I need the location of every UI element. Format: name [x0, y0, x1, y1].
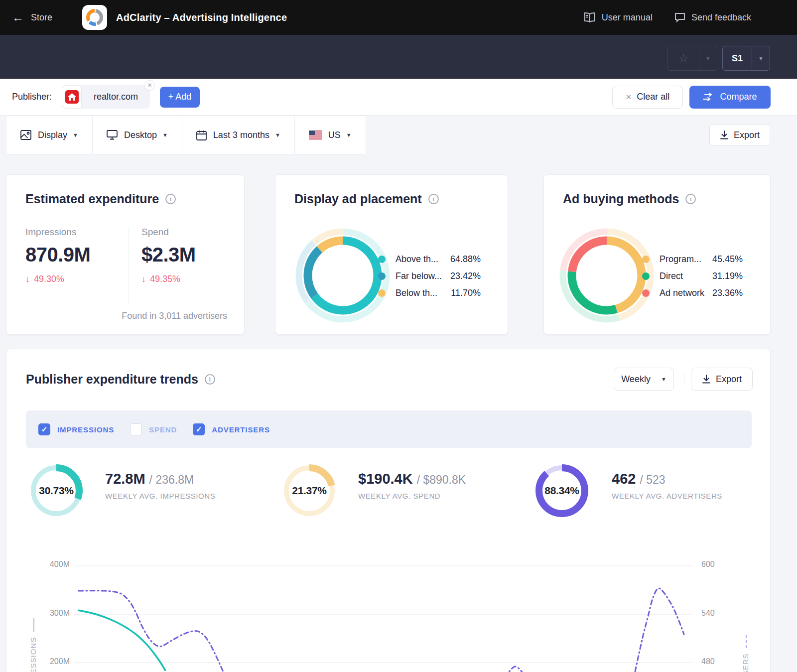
workspace-bar: ☆ ▼ S1 ▼	[0, 35, 797, 79]
trends-line-chart	[0, 538, 797, 672]
y2-axis-tick: 480	[701, 657, 731, 666]
advertisers-footnote: Found in 3,011 advertisers	[122, 311, 227, 321]
image-icon	[20, 130, 31, 140]
placement-legend: Above th... 64.88% Far below... 23.42% B…	[378, 251, 481, 301]
dashed-line-swatch	[746, 635, 747, 648]
top-app-bar: ← Store AdClarity – Advertising Intellig…	[0, 0, 797, 35]
info-icon[interactable]: i	[428, 194, 439, 204]
trends-title: Publisher expenditure trends i	[26, 372, 215, 387]
chip-close-icon[interactable]: ✕	[144, 80, 155, 91]
advertisers-toggle[interactable]: ADVERTISERS	[193, 423, 270, 435]
download-icon	[720, 131, 729, 139]
checkbox	[38, 423, 50, 435]
legend-dot	[378, 289, 386, 297]
info-icon[interactable]: i	[205, 374, 215, 385]
add-publisher-button[interactable]: + Add	[160, 87, 200, 108]
user-manual-link[interactable]: User manual	[584, 12, 653, 23]
publisher-chip[interactable]: realtor.com ✕	[62, 85, 150, 109]
info-icon[interactable]: i	[685, 194, 696, 204]
spend-progress-donut: 21.37%	[280, 462, 338, 520]
impressions-progress-donut: 30.73%	[27, 462, 85, 520]
impressions-change: ↓ 49.30%	[25, 274, 90, 284]
send-feedback-link[interactable]: Send feedback	[674, 12, 751, 23]
app-title: AdClarity – Advertising Intelligence	[116, 12, 287, 23]
favorite-split-button: ☆ ▼	[667, 46, 717, 71]
ad-type-filter[interactable]: Display ▼	[6, 116, 93, 154]
stat-value: 72.8M	[105, 471, 145, 487]
y-axis-tick: 400M	[42, 560, 70, 569]
country-filter[interactable]: US ▼	[295, 116, 366, 154]
device-filter[interactable]: Desktop ▼	[93, 116, 182, 154]
stat-total: / $890.8K	[417, 473, 466, 487]
download-icon	[702, 375, 711, 384]
export-button[interactable]: Export	[709, 124, 770, 146]
stat-total: / 523	[640, 473, 665, 487]
buying-legend: Program... 45.45% Direct 31.19% Ad netwo…	[642, 251, 743, 301]
workspace-dropdown[interactable]: ▼	[752, 46, 770, 70]
export-trends-button[interactable]: Export	[691, 368, 753, 391]
impressions-toggle[interactable]: IMPRESSIONS	[38, 423, 114, 435]
arrow-down-icon: ↓	[141, 274, 146, 284]
app-logo	[82, 5, 107, 30]
display-ad-placement-card: Display ad placement i Above th... 64.88…	[275, 174, 508, 335]
card-title: Estimated expenditure i	[25, 192, 176, 206]
legend-item: Ad network 23.36%	[642, 284, 743, 301]
spend-percent: 21.37%	[280, 485, 338, 497]
stat-caption: WEEKLY AVG. SPEND	[358, 492, 466, 500]
chevron-down-icon: ▼	[661, 376, 666, 382]
chevron-down-icon: ▼	[162, 132, 168, 138]
left-axis-label: IMPRESSIONS	[29, 618, 37, 672]
date-range-filter[interactable]: Last 3 months ▼	[182, 116, 295, 154]
impressions-stat: 72.8M / 236.8M WEEKLY AVG. IMPRESSIONS	[105, 471, 215, 500]
stat-caption: WEEKLY AVG. IMPRESSIONS	[105, 492, 215, 500]
spend-label: Spend	[141, 227, 196, 238]
advertisers-progress-donut: 88.34%	[533, 462, 591, 520]
legend-item: Far below... 23.42%	[378, 268, 481, 284]
checkbox	[193, 423, 205, 435]
y2-axis-tick: 540	[701, 609, 731, 618]
publisher-bar: Publisher: realtor.com ✕ + Add ✕ Clear a…	[0, 79, 797, 116]
card-title: Display ad placement i	[294, 192, 439, 206]
stat-total: / 236.8M	[149, 473, 194, 487]
advertisers-stat: 462 / 523 WEEKLY AVG. ADVERTISERS	[612, 471, 722, 500]
favorite-dropdown[interactable]: ▼	[699, 46, 717, 70]
info-icon[interactable]: i	[165, 194, 176, 204]
store-link[interactable]: Store	[31, 12, 52, 23]
publisher-label: Publisher:	[12, 92, 52, 102]
back-arrow-icon[interactable]: ←	[12, 10, 24, 24]
advertisers-percent: 88.34%	[533, 485, 591, 497]
chevron-down-icon: ▼	[706, 56, 711, 61]
publisher-favicon	[62, 85, 82, 109]
book-icon	[584, 12, 596, 22]
realtor-icon	[65, 90, 79, 104]
workspace-button[interactable]: S1	[723, 46, 752, 70]
arrow-down-icon: ↓	[25, 274, 30, 284]
spend-toggle[interactable]: SPEND	[130, 423, 177, 435]
legend-dot	[378, 256, 386, 263]
series-toggle-strip: IMPRESSIONS SPEND ADVERTISERS	[26, 410, 752, 448]
buying-donut-chart	[557, 226, 657, 325]
chevron-down-icon: ▼	[346, 132, 352, 138]
legend-item: Direct 31.19%	[642, 268, 743, 284]
legend-dot	[642, 272, 650, 280]
favorite-star-button[interactable]: ☆	[668, 46, 699, 70]
spend-change: ↓ 49.35%	[141, 274, 196, 284]
chevron-down-icon: ▼	[73, 132, 78, 138]
impressions-label: Impressions	[25, 227, 90, 238]
impressions-value: 870.9M	[25, 244, 90, 266]
chevron-down-icon: ▼	[759, 56, 764, 61]
legend-dot	[642, 256, 650, 263]
clear-all-button[interactable]: ✕ Clear all	[612, 86, 683, 109]
interval-dropdown[interactable]: Weekly ▼	[614, 368, 674, 391]
legend-dot	[378, 272, 386, 280]
compare-button[interactable]: Compare	[689, 86, 771, 109]
checkbox	[130, 423, 142, 435]
placement-donut-chart	[293, 226, 393, 325]
divider	[129, 228, 129, 303]
legend-item: Below th... 11.70%	[378, 284, 481, 301]
card-title: Ad buying methods i	[563, 192, 696, 206]
ad-buying-methods-card: Ad buying methods i Program... 45.45% Di…	[543, 174, 771, 335]
calendar-icon	[196, 130, 207, 140]
spend-stat: $190.4K / $890.8K WEEKLY AVG. SPEND	[358, 471, 466, 500]
right-axis-label: ADVERTISERS	[741, 635, 750, 672]
